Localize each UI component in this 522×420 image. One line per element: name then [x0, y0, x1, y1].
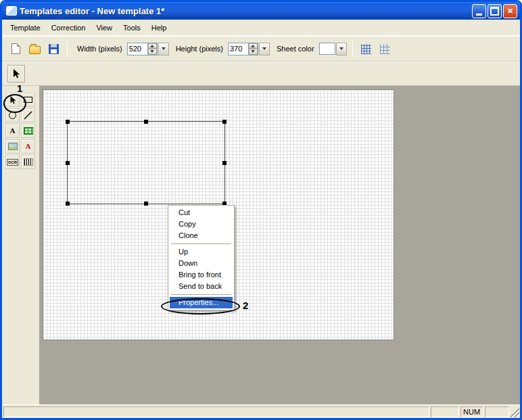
context-menu-separator: [171, 294, 231, 295]
selected-rectangle[interactable]: [67, 121, 225, 204]
num-lock-indicator: NUM: [460, 406, 483, 417]
window-title: Templates editor - New template 1*: [20, 6, 471, 16]
titlebar[interactable]: Templates editor - New template 1*: [2, 2, 520, 20]
ellipse-icon: [9, 112, 16, 119]
selection-handle[interactable]: [66, 120, 70, 124]
text-tool-icon: A: [10, 127, 16, 135]
sheet-color-label: Sheet color: [277, 45, 314, 53]
image-tool-button[interactable]: [5, 139, 20, 154]
selection-handle[interactable]: [222, 120, 227, 124]
height-spinner: [228, 43, 270, 55]
templates-editor-window: Templates editor - New template 1* Templ…: [0, 0, 522, 420]
selection-handle[interactable]: [144, 202, 148, 206]
statusbar: NUM: [2, 404, 520, 418]
context-menu-item-properties[interactable]: Properties...: [170, 297, 233, 308]
height-spin-down-button[interactable]: [249, 49, 258, 55]
selection-handle[interactable]: [144, 120, 148, 124]
height-dropdown-button[interactable]: [259, 43, 270, 55]
ellipse-tool-button[interactable]: [5, 108, 20, 122]
line-icon: [24, 111, 32, 120]
rectangle-tool-button[interactable]: [21, 93, 35, 107]
toolbar-separator: [67, 41, 68, 57]
status-panel: [431, 406, 459, 417]
show-grid-button[interactable]: [358, 41, 375, 57]
context-menu-item-copy[interactable]: Copy: [170, 218, 233, 230]
down-arrow-icon: [150, 50, 154, 53]
ocr-tool-button[interactable]: OCR: [5, 155, 20, 169]
sheet-color-dropdown-button[interactable]: [336, 43, 347, 55]
annotation-label-1: 1: [17, 83, 22, 94]
chevron-down-icon: [262, 47, 266, 50]
minimize-button[interactable]: [472, 4, 486, 18]
sheet-color-swatch[interactable]: [319, 43, 335, 55]
width-label: Width (pixels): [77, 45, 122, 53]
chevron-down-icon: [162, 47, 166, 50]
context-menu: Cut Copy Clone Up Down Bring to front Se…: [168, 205, 235, 310]
width-spin-down-button[interactable]: [148, 49, 157, 55]
context-menu-item-down[interactable]: Down: [170, 258, 233, 269]
rectangle-icon: [24, 97, 32, 103]
menu-template[interactable]: Template: [5, 22, 46, 34]
snap-grid-icon: [380, 44, 390, 54]
down-arrow-icon: [251, 50, 255, 53]
annotation-label-2: 2: [243, 300, 248, 311]
pointer-icon: [11, 68, 22, 79]
selection-handle[interactable]: [222, 161, 227, 165]
context-menu-item-cut[interactable]: Cut: [170, 207, 233, 218]
height-spin-up-button[interactable]: [249, 43, 258, 49]
status-message-panel: [3, 406, 429, 417]
barcode-tool-button[interactable]: [21, 155, 35, 169]
grid-icon: [361, 44, 371, 54]
app-icon: [6, 6, 17, 16]
tool-palette: A A OCR: [2, 86, 39, 404]
pointer-icon: [8, 95, 18, 105]
text-tool-button[interactable]: A: [5, 124, 20, 138]
select-mode-button[interactable]: [7, 65, 25, 83]
height-label: Height (pixels): [176, 45, 223, 53]
context-menu-item-clone[interactable]: Clone: [170, 230, 233, 241]
width-spin-up-button[interactable]: [148, 43, 157, 49]
context-menu-separator: [171, 243, 231, 244]
red-text-tool-button[interactable]: A: [21, 139, 35, 154]
line-tool-button[interactable]: [21, 108, 35, 122]
sheet-color-picker: [319, 43, 347, 55]
up-arrow-icon: [150, 45, 154, 47]
canvas-area: [39, 86, 520, 404]
save-button[interactable]: [45, 41, 62, 57]
barcode-icon: [24, 158, 33, 166]
width-dropdown-button[interactable]: [158, 43, 169, 55]
snap-grid-button[interactable]: [377, 41, 394, 57]
main-toolbar: Width (pixels) Height (pixels) Sheet col…: [2, 36, 520, 62]
toolbar-separator: [352, 41, 353, 57]
pointer-tool-button[interactable]: [5, 93, 20, 107]
main-area: A A OCR: [2, 86, 520, 404]
new-button[interactable]: [7, 41, 24, 57]
menu-tools[interactable]: Tools: [118, 22, 146, 34]
context-menu-item-up[interactable]: Up: [170, 246, 233, 258]
ocr-icon: OCR: [7, 159, 18, 166]
resize-grip[interactable]: [511, 406, 519, 417]
height-input[interactable]: [228, 43, 248, 55]
open-folder-icon: [29, 46, 41, 54]
maximize-button[interactable]: [488, 4, 502, 18]
selection-handle[interactable]: [66, 161, 70, 165]
menu-view[interactable]: View: [91, 22, 118, 34]
width-spinner: [127, 43, 169, 55]
context-menu-item-bring-to-front[interactable]: Bring to front: [170, 269, 233, 281]
mode-toolbar: [2, 62, 520, 86]
new-document-icon: [11, 43, 20, 54]
close-button[interactable]: [503, 4, 517, 18]
up-arrow-icon: [251, 45, 255, 47]
menubar: Template Correction View Tools Help: [2, 20, 520, 36]
open-button[interactable]: [26, 41, 43, 57]
context-menu-item-send-to-back[interactable]: Send to back: [170, 281, 233, 292]
width-input[interactable]: [127, 43, 147, 55]
table-tool-button[interactable]: [21, 124, 35, 138]
status-panel: [485, 406, 509, 417]
selection-handle[interactable]: [66, 202, 70, 206]
save-floppy-icon: [49, 44, 59, 54]
menu-help[interactable]: Help: [146, 22, 172, 34]
height-spin-buttons: [248, 43, 258, 55]
menu-correction[interactable]: Correction: [46, 22, 91, 34]
width-spin-buttons: [147, 43, 158, 55]
